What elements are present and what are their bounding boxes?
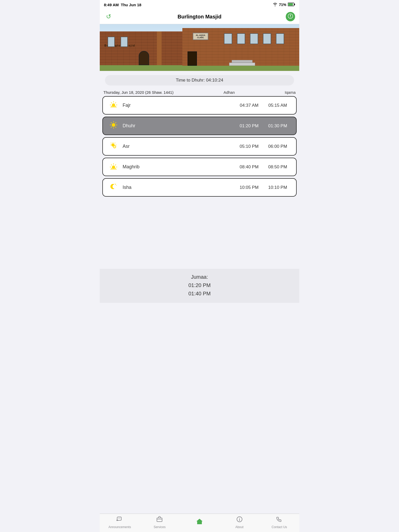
nav-title: Burlington Masjid [178, 14, 222, 20]
prayer-list: Fajr 04:37 AM 05:15 AM Dhuhr 01:20 PM 01… [100, 96, 299, 199]
date-text: Thursday, Jun 18, 2020 (26 Shaw. 1441) [103, 90, 174, 95]
prayer-name-isha: Isha [120, 185, 235, 190]
prayer-iqama-asr: 06:00 PM [263, 144, 292, 149]
svg-line-26 [115, 143, 115, 143]
svg-marker-5 [290, 16, 291, 18]
adhan-col-header: Adhan [223, 90, 235, 95]
prayer-adhan-isha: 10:05 PM [235, 185, 263, 190]
prayer-row-isha: Isha 10:05 PM 10:10 PM [102, 178, 297, 197]
jumaa-times: 01:20 PM 01:40 PM [105, 281, 294, 298]
refresh-icon: ↺ [106, 13, 111, 20]
prayer-icon-dhuhr [107, 121, 120, 131]
prayer-name-maghrib: Maghrib [120, 164, 235, 170]
content-spacer [100, 199, 299, 264]
prayer-adhan-asr: 05:10 PM [235, 144, 263, 149]
timer-label: Time to Dhuhr: 04:10:24 [176, 78, 223, 83]
svg-rect-1 [294, 4, 295, 5]
clinic-sign-line1: AL-AQSA [195, 34, 206, 36]
svg-line-18 [111, 122, 112, 123]
svg-point-29 [114, 146, 116, 148]
prayer-row-asr: Asr 05:10 PM 06:00 PM [102, 137, 297, 156]
svg-line-10 [115, 103, 116, 103]
jumaa-title: Jumaa: [105, 274, 294, 280]
status-bar-left: 8:49 AM Thu Jun 18 [104, 3, 141, 7]
jumaa-time2: 01:40 PM [105, 289, 294, 298]
jumaa-time1: 01:20 PM [105, 281, 294, 289]
prayer-iqama-fajr: 05:15 AM [263, 103, 292, 108]
svg-line-11 [111, 103, 112, 103]
svg-line-36 [111, 165, 112, 165]
prayer-row-fajr: Fajr 04:37 AM 05:15 AM [102, 96, 297, 115]
prayer-name-asr: Asr [120, 144, 235, 149]
timer-pill: Time to Dhuhr: 04:10:24 [105, 75, 294, 85]
refresh-button[interactable]: ↺ [104, 12, 113, 21]
date-header: Thursday, Jun 18, 2020 (26 Shaw. 1441) A… [100, 88, 299, 96]
prayer-name-dhuhr: Dhuhr [120, 123, 235, 129]
prayer-row-maghrib: Maghrib 08:40 PM 08:50 PM [102, 158, 297, 176]
svg-point-13 [112, 123, 115, 127]
svg-line-19 [115, 127, 116, 128]
nav-bar: ↺ Burlington Masjid [100, 9, 299, 24]
prayer-icon-asr [107, 141, 120, 151]
prayer-adhan-fajr: 04:37 AM [235, 103, 263, 108]
main-content: Time to Dhuhr: 04:10:24 Thursday, Jun 18… [100, 71, 299, 324]
prayer-iqama-isha: 10:10 PM [263, 185, 292, 190]
wifi-icon [273, 3, 277, 7]
clinic-sign-line2: CLINIC [195, 36, 206, 39]
svg-line-20 [115, 122, 116, 123]
svg-line-27 [111, 143, 111, 143]
status-day: Thu Jun 18 [121, 3, 141, 7]
status-bar-right: 71% [273, 3, 295, 7]
prayer-row-dhuhr: Dhuhr 01:20 PM 01:30 PM [102, 117, 297, 135]
svg-line-21 [111, 127, 112, 128]
battery-icon [288, 3, 295, 7]
prayer-name-fajr: Fajr [120, 103, 235, 108]
svg-rect-2 [288, 3, 293, 5]
prayer-icon-isha [107, 182, 120, 192]
jumaa-section: Jumaa: 01:20 PM 01:40 PM [100, 269, 299, 303]
compass-icon [288, 14, 293, 20]
prayer-iqama-dhuhr: 01:30 PM [263, 123, 292, 129]
prayer-adhan-maghrib: 08:40 PM [235, 164, 263, 170]
compass-button[interactable] [286, 12, 295, 21]
status-time: 8:49 AM [104, 3, 119, 7]
prayer-icon-maghrib [107, 162, 120, 172]
svg-line-35 [115, 165, 116, 165]
prayer-iqama-maghrib: 08:50 PM [263, 164, 292, 170]
status-bar: 8:49 AM Thu Jun 18 71% [100, 0, 299, 9]
svg-point-37 [115, 184, 116, 185]
masjid-image: Burlington Masjid AL-AQSA CLINIC [100, 24, 299, 71]
battery-percentage: 71% [279, 3, 286, 7]
svg-marker-4 [290, 14, 291, 16]
svg-point-39 [115, 183, 115, 184]
timer-container: Time to Dhuhr: 04:10:24 [100, 71, 299, 88]
iqama-col-header: Iqama [285, 90, 296, 95]
prayer-adhan-dhuhr: 01:20 PM [235, 123, 263, 129]
svg-point-38 [116, 185, 117, 186]
prayer-icon-fajr [107, 100, 120, 110]
